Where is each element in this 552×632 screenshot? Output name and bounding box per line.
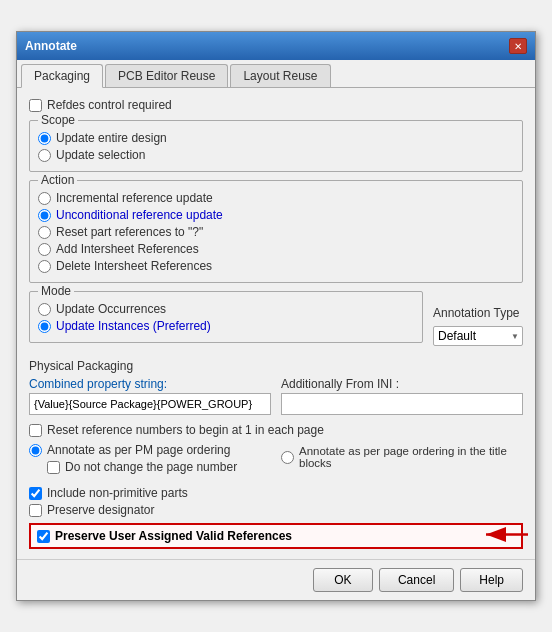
mode-option-1-row: Update Occurrences — [38, 302, 414, 316]
annotation-type-label: Annotation Type — [433, 306, 520, 320]
do-not-change-label: Do not change the page number — [65, 460, 237, 474]
tabs-bar: Packaging PCB Editor Reuse Layout Reuse — [17, 60, 535, 88]
action-option-4-row: Add Intersheet References — [38, 242, 514, 256]
action-add-intersheet-label: Add Intersheet References — [56, 242, 199, 256]
physical-packaging-section: Physical Packaging Combined property str… — [29, 359, 523, 415]
additionally-input[interactable] — [281, 393, 523, 415]
title-controls: ✕ — [509, 38, 527, 54]
page-ordering-right: Annotate as per page ordering in the tit… — [281, 443, 523, 482]
action-option-5-row: Delete Intersheet References — [38, 259, 514, 273]
include-non-primitive-row: Include non-primitive parts — [29, 486, 523, 500]
combined-property-label: Combined property string: — [29, 377, 271, 391]
refdes-control-row: Refdes control required — [29, 98, 523, 112]
additionally-label: Additionally From INI : — [281, 377, 523, 391]
action-option-3-row: Reset part references to "?" — [38, 225, 514, 239]
do-not-change-row: Do not change the page number — [47, 460, 271, 474]
ok-button[interactable]: OK — [313, 568, 373, 592]
window-title: Annotate — [25, 39, 77, 53]
mode-occurrences-label: Update Occurrences — [56, 302, 166, 316]
action-option-1-row: Incremental reference update — [38, 191, 514, 205]
action-delete-intersheet-radio[interactable] — [38, 260, 51, 273]
cancel-button[interactable]: Cancel — [379, 568, 454, 592]
help-button[interactable]: Help — [460, 568, 523, 592]
mode-instances-label: Update Instances (Preferred) — [56, 319, 211, 333]
scope-update-entire-radio[interactable] — [38, 132, 51, 145]
preserve-user-label: Preserve User Assigned Valid References — [55, 529, 292, 543]
action-group-label: Action — [38, 173, 77, 187]
action-incremental-label: Incremental reference update — [56, 191, 213, 205]
action-delete-intersheet-label: Delete Intersheet References — [56, 259, 212, 273]
scope-option-1-row: Update entire design — [38, 131, 514, 145]
action-unconditional-radio[interactable] — [38, 209, 51, 222]
bottom-bar: OK Cancel Help — [17, 559, 535, 600]
annotate-dialog: Annotate ✕ Packaging PCB Editor Reuse La… — [16, 31, 536, 601]
refdes-control-label: Refdes control required — [47, 98, 172, 112]
action-unconditional-label: Unconditional reference update — [56, 208, 223, 222]
mode-instances-radio[interactable] — [38, 320, 51, 333]
combined-property-input[interactable] — [29, 393, 271, 415]
include-non-primitive-label: Include non-primitive parts — [47, 486, 188, 500]
mode-group: Mode Update Occurrences Update Instances… — [29, 291, 423, 343]
action-options: Incremental reference update Uncondition… — [38, 191, 514, 273]
annotation-type-container: Annotation Type Default — [433, 291, 523, 351]
action-add-intersheet-radio[interactable] — [38, 243, 51, 256]
action-group: Action Incremental reference update Unco… — [29, 180, 523, 283]
tab-pcb-editor-reuse[interactable]: PCB Editor Reuse — [105, 64, 228, 87]
main-content: Refdes control required Scope Update ent… — [17, 88, 535, 559]
mode-options: Update Occurrences Update Instances (Pre… — [38, 302, 414, 333]
physical-packaging-row: Combined property string: Additionally F… — [29, 377, 523, 415]
action-reset-label: Reset part references to "?" — [56, 225, 203, 239]
scope-group: Scope Update entire design Update select… — [29, 120, 523, 172]
reset-reference-label: Reset reference numbers to begin at 1 in… — [47, 423, 324, 437]
pm-page-ordering-radio[interactable] — [29, 444, 42, 457]
reset-reference-row: Reset reference numbers to begin at 1 in… — [29, 423, 523, 437]
scope-option-2-row: Update selection — [38, 148, 514, 162]
scope-update-entire-label: Update entire design — [56, 131, 167, 145]
annotation-type-select-wrapper: Default — [433, 326, 523, 346]
mode-option-2-row: Update Instances (Preferred) — [38, 319, 414, 333]
pm-page-ordering-row: Annotate as per PM page ordering — [29, 443, 271, 457]
arrow-svg — [478, 521, 533, 549]
arrow-indicator — [478, 521, 533, 552]
title-bar: Annotate ✕ — [17, 32, 535, 60]
preserve-designator-label: Preserve designator — [47, 503, 154, 517]
scope-group-label: Scope — [38, 113, 78, 127]
title-block-ordering-row: Annotate as per page ordering in the tit… — [281, 445, 523, 469]
tab-layout-reuse[interactable]: Layout Reuse — [230, 64, 330, 87]
refdes-control-checkbox[interactable] — [29, 99, 42, 112]
combined-property-container: Combined property string: — [29, 377, 271, 415]
page-ordering-row: Annotate as per PM page ordering Do not … — [29, 443, 523, 482]
physical-packaging-title: Physical Packaging — [29, 359, 523, 373]
preserve-user-container: Preserve User Assigned Valid References — [29, 523, 523, 549]
annotation-type-select[interactable]: Default — [433, 326, 523, 346]
page-ordering-left: Annotate as per PM page ordering Do not … — [29, 443, 271, 482]
tab-packaging[interactable]: Packaging — [21, 64, 103, 88]
scope-update-selection-radio[interactable] — [38, 149, 51, 162]
preserve-user-checkbox[interactable] — [37, 530, 50, 543]
include-non-primitive-checkbox[interactable] — [29, 487, 42, 500]
action-option-2-row: Unconditional reference update — [38, 208, 514, 222]
preserve-designator-row: Preserve designator — [29, 503, 523, 517]
additionally-from-ini-container: Additionally From INI : — [281, 377, 523, 415]
reset-reference-checkbox[interactable] — [29, 424, 42, 437]
action-incremental-radio[interactable] — [38, 192, 51, 205]
preserve-designator-checkbox[interactable] — [29, 504, 42, 517]
scope-options: Update entire design Update selection — [38, 131, 514, 162]
mode-group-label: Mode — [38, 284, 74, 298]
do-not-change-checkbox[interactable] — [47, 461, 60, 474]
preserve-user-box: Preserve User Assigned Valid References — [29, 523, 523, 549]
scope-update-selection-label: Update selection — [56, 148, 145, 162]
close-button[interactable]: ✕ — [509, 38, 527, 54]
pm-page-ordering-label: Annotate as per PM page ordering — [47, 443, 230, 457]
action-reset-radio[interactable] — [38, 226, 51, 239]
title-block-ordering-radio[interactable] — [281, 451, 294, 464]
title-block-ordering-label: Annotate as per page ordering in the tit… — [299, 445, 523, 469]
mode-annotation-row: Mode Update Occurrences Update Instances… — [29, 291, 523, 351]
mode-occurrences-radio[interactable] — [38, 303, 51, 316]
